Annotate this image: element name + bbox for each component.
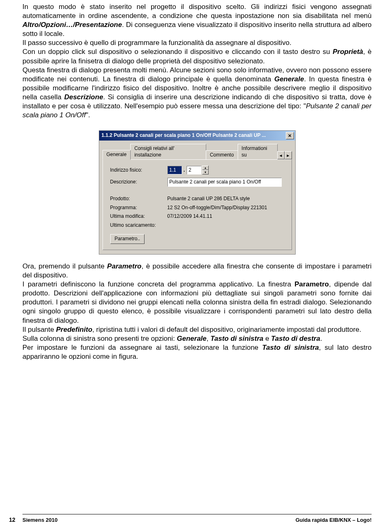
spinner-down-icon: ▼ — [202, 170, 209, 174]
txt: Ora, premendo il pulsante — [22, 262, 107, 270]
txt: Con un doppio click sul dispositivo o se… — [22, 48, 333, 56]
txt-bold: Parametro — [294, 280, 329, 288]
para-3: Con un doppio click sul dispositivo o se… — [22, 47, 372, 65]
txt-bold: Generale — [177, 335, 207, 342]
spinner-up-icon: ▲ — [202, 165, 209, 170]
descrizione-field[interactable]: Pulsante 2 canali per scala piano 1 On/O… — [167, 178, 282, 187]
row-programma: Programma: 12 S2 On-off-toggle/Dim/Tapp/… — [110, 205, 284, 211]
txt-bold: Altro/Opzioni…/Presentazione — [22, 21, 122, 29]
para-4: Questa finestra di dialogo presenta molt… — [22, 66, 372, 120]
label-descrizione: Descrizione: — [110, 179, 167, 186]
chevron-right-icon: ► — [286, 153, 290, 158]
page-number: 12 — [9, 516, 22, 523]
txt-bold: Tasto di sinistra — [262, 344, 319, 351]
txt: e — [263, 335, 271, 342]
label-prodotto: Prodotto: — [110, 196, 167, 202]
properties-dialog: 1.1.2 Pulsante 2 canali per scala piano … — [99, 130, 296, 255]
txt-bold: Predefinito — [56, 326, 92, 333]
close-icon: ✕ — [288, 134, 292, 138]
titlebar: 1.1.2 Pulsante 2 canali per scala piano … — [99, 131, 295, 141]
txt-bold: Parametro — [107, 262, 141, 270]
page-footer: 12 Siemens 2010 Guida rapida EIB/KNX – L… — [0, 514, 392, 524]
para-2: Il passo successivo è quello di programm… — [22, 38, 372, 47]
value-programma: 12 S2 On-off-toggle/Dim/Tapp/Display 221… — [167, 205, 267, 211]
tab-panel-generale: Indirizzo fisico: 1.1 . 2 ▲ ▼ Descrizion… — [102, 159, 292, 250]
txt-bold: Proprietà — [333, 48, 363, 56]
tab-scroll: ◄ ► — [277, 151, 292, 159]
row-prodotto: Prodotto: Pulsante 2 canali UP 286 DELTA… — [110, 196, 284, 202]
addr-spinner[interactable]: ▲ ▼ — [202, 165, 209, 174]
tabs-row: Generale Consigli relativi all' installa… — [99, 141, 295, 159]
chevron-left-icon: ◄ — [279, 153, 283, 158]
tab-informazioni[interactable]: Informationi su — [238, 144, 278, 159]
value-ultima-modifica: 07/12/2009 14.41.11 — [167, 213, 212, 220]
window-title: 1.1.2 Pulsante 2 canali per scala piano … — [102, 132, 266, 139]
txt: ". — [86, 111, 90, 119]
para-7: Il pulsante Predefinito, ripristina tutt… — [22, 325, 372, 334]
tab-generale[interactable]: Generale — [102, 150, 131, 160]
addr-dot: . — [184, 167, 185, 174]
txt-bold: Tasto di sinistra — [210, 335, 263, 342]
para-5: Ora, premendo il pulsante Parametro, è p… — [22, 262, 372, 280]
tab-commento[interactable]: Commento — [206, 150, 238, 160]
txt: . — [320, 335, 322, 342]
txt-bold: Descrizione — [64, 93, 103, 101]
row-descrizione: Descrizione: Pulsante 2 canali per scala… — [110, 178, 284, 187]
tab-consigli[interactable]: Consigli relativi all' installazione — [130, 144, 206, 159]
txt: , — [207, 335, 210, 342]
row-ultima-modifica: Ultima modifica: 07/12/2009 14.41.11 — [110, 213, 284, 220]
close-button[interactable]: ✕ — [286, 132, 294, 139]
dialog-container: 1.1.2 Pulsante 2 canali per scala piano … — [22, 130, 372, 255]
txt: I parametri definiscono la funzione conc… — [22, 280, 294, 288]
row-ultimo-scaricamento: Ultimo scaricamento: — [110, 222, 284, 229]
para-1: In questo modo è stato inserito nel prog… — [22, 2, 372, 38]
value-prodotto: Pulsante 2 canali UP 286 DELTA style — [167, 196, 250, 202]
txt-bold: Tasto di destra — [271, 335, 320, 342]
row-indirizzo: Indirizzo fisico: 1.1 . 2 ▲ ▼ — [110, 165, 284, 174]
label-programma: Programma: — [110, 205, 167, 211]
footer-right: Guida rapida EIB/KNX – Logo! — [296, 517, 372, 524]
tab-scroll-left[interactable]: ◄ — [277, 151, 285, 159]
tab-scroll-right[interactable]: ► — [285, 151, 292, 159]
para-8: Sulla colonna di sinistra sono presenti … — [22, 334, 372, 343]
txt-bold: Generale — [274, 75, 304, 83]
addr-field-2[interactable]: 2 — [187, 166, 201, 175]
label-ultima-modifica: Ultima modifica: — [110, 213, 167, 220]
addr-field-1[interactable]: 1.1 — [167, 166, 182, 175]
footer-divider — [22, 514, 372, 514]
label-indirizzo: Indirizzo fisico: — [110, 167, 167, 174]
txt: , ripristina tutti i valori di default d… — [92, 326, 361, 333]
txt: Per impostare le funzioni da assegnare a… — [22, 344, 262, 351]
para-9: Per impostare le funzioni da assegnare a… — [22, 343, 372, 361]
para-6: I parametri definiscono la funzione conc… — [22, 280, 372, 325]
label-ultimo-scaricamento: Ultimo scaricamento: — [110, 222, 167, 229]
txt: Il pulsante — [22, 326, 56, 333]
txt: In questo modo è stato inserito nel prog… — [22, 3, 372, 20]
txt: Sulla colonna di sinistra sono presenti … — [22, 335, 177, 342]
footer-left: Siemens 2010 — [22, 517, 58, 524]
parametro-button[interactable]: Parametro.. — [110, 234, 145, 244]
